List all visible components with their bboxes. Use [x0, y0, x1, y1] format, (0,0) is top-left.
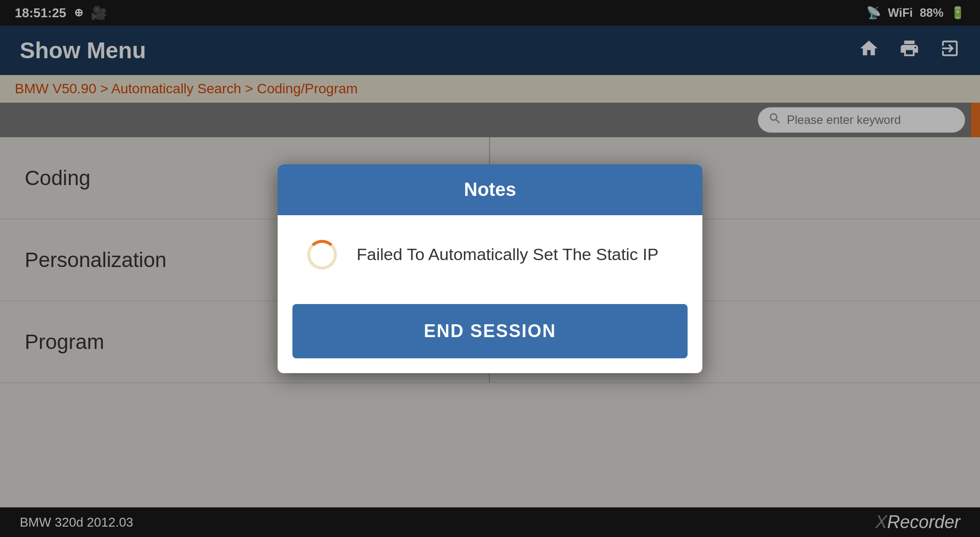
dialog-message: Failed To Automatically Set The Static I…	[357, 245, 658, 264]
notes-dialog: Notes Failed To Automatically Set The St…	[278, 164, 702, 373]
dialog-body: Failed To Automatically Set The Static I…	[278, 215, 702, 294]
dialog-overlay: Notes Failed To Automatically Set The St…	[0, 0, 980, 537]
dialog-header: Notes	[278, 164, 702, 215]
dialog-footer: END SESSION	[278, 294, 702, 373]
dialog-title: Notes	[464, 179, 516, 200]
loading-spinner	[307, 240, 337, 269]
end-session-button[interactable]: END SESSION	[292, 304, 688, 358]
